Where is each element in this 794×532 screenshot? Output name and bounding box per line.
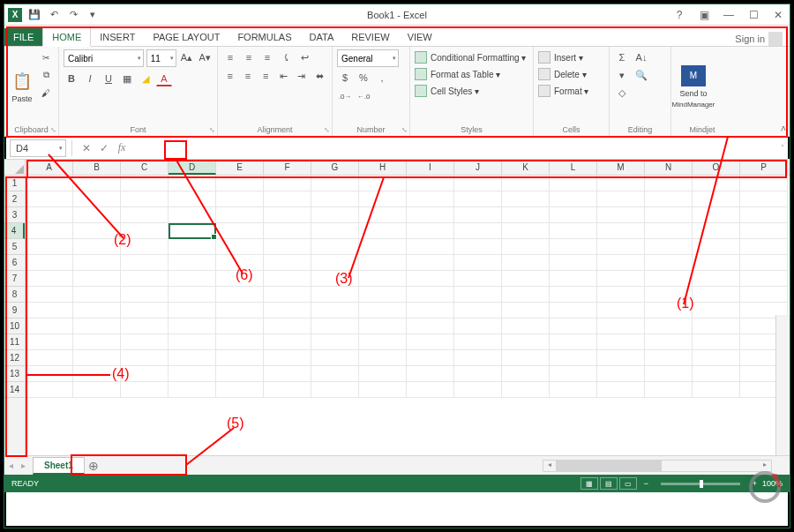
cell[interactable] xyxy=(121,255,169,271)
cell[interactable] xyxy=(359,318,407,334)
cell[interactable] xyxy=(597,382,645,398)
cell[interactable] xyxy=(597,255,645,271)
cell[interactable] xyxy=(359,382,407,398)
tab-insert[interactable]: INSERT xyxy=(91,28,144,46)
format-cells-button[interactable]: Format ▾ xyxy=(538,83,588,99)
cell[interactable] xyxy=(216,255,264,271)
cell[interactable] xyxy=(693,287,740,303)
cell[interactable] xyxy=(693,382,740,398)
cell[interactable] xyxy=(26,223,73,239)
cell[interactable] xyxy=(645,223,693,239)
column-header[interactable]: K xyxy=(502,160,550,175)
cell[interactable] xyxy=(264,318,311,334)
cell[interactable] xyxy=(311,318,359,334)
cell[interactable] xyxy=(502,191,550,207)
cell[interactable] xyxy=(693,318,740,334)
format-painter-icon[interactable]: 🖌 xyxy=(38,85,54,101)
zoom-slider[interactable] xyxy=(661,483,740,485)
row-header[interactable]: 12 xyxy=(4,350,25,366)
percent-icon[interactable]: % xyxy=(356,70,371,86)
cell[interactable] xyxy=(454,239,502,255)
cell[interactable] xyxy=(121,318,169,334)
cell[interactable] xyxy=(121,350,169,366)
collapse-ribbon-icon[interactable]: ʌ xyxy=(781,123,786,132)
cell[interactable] xyxy=(216,207,264,223)
cell-styles-button[interactable]: Cell Styles ▾ xyxy=(415,83,526,99)
cell[interactable] xyxy=(407,366,454,382)
cell[interactable] xyxy=(359,303,407,318)
cell[interactable] xyxy=(645,334,693,350)
cell[interactable] xyxy=(311,255,359,271)
orientation-icon[interactable]: ⤹ xyxy=(278,49,294,65)
cell[interactable] xyxy=(550,287,597,303)
cell[interactable] xyxy=(169,382,216,398)
cell[interactable] xyxy=(550,255,597,271)
cell[interactable] xyxy=(216,382,264,398)
cell[interactable] xyxy=(121,191,169,207)
cell[interactable] xyxy=(216,366,264,382)
cell[interactable] xyxy=(502,303,550,318)
cell[interactable] xyxy=(216,271,264,287)
cell[interactable] xyxy=(645,271,693,287)
cell[interactable] xyxy=(454,176,502,191)
cell[interactable] xyxy=(407,303,454,318)
column-header[interactable]: B xyxy=(73,160,121,175)
avatar-icon[interactable] xyxy=(768,32,783,46)
font-size-select[interactable]: 11 xyxy=(146,49,176,67)
cell[interactable] xyxy=(407,255,454,271)
cell[interactable] xyxy=(169,287,216,303)
cell[interactable] xyxy=(740,176,788,191)
tab-file[interactable]: FILE xyxy=(4,28,42,46)
cell[interactable] xyxy=(169,271,216,287)
redo-icon[interactable]: ↷ xyxy=(66,8,80,22)
cell[interactable] xyxy=(550,191,597,207)
column-header[interactable]: G xyxy=(311,160,359,175)
cell[interactable] xyxy=(264,191,311,207)
cell[interactable] xyxy=(216,239,264,255)
cell[interactable] xyxy=(169,366,216,382)
cell[interactable] xyxy=(311,382,359,398)
cell[interactable] xyxy=(645,382,693,398)
cell[interactable] xyxy=(359,271,407,287)
cell[interactable] xyxy=(359,255,407,271)
view-page-layout-icon[interactable]: ▤ xyxy=(600,477,618,490)
cell[interactable] xyxy=(502,176,550,191)
select-all-button[interactable] xyxy=(4,160,26,175)
cell[interactable] xyxy=(407,382,454,398)
cell[interactable] xyxy=(454,223,502,239)
format-as-table-button[interactable]: Format as Table ▾ xyxy=(415,66,526,82)
help-icon[interactable]: ? xyxy=(668,6,691,24)
cell[interactable] xyxy=(26,366,73,382)
cell[interactable] xyxy=(597,176,645,191)
align-top-icon[interactable]: ≡ xyxy=(222,49,238,65)
cell[interactable] xyxy=(216,318,264,334)
sort-filter-icon[interactable]: A↓ xyxy=(633,49,649,65)
tab-view[interactable]: VIEW xyxy=(399,28,441,46)
cell[interactable] xyxy=(264,287,311,303)
cell[interactable] xyxy=(645,191,693,207)
column-header[interactable]: J xyxy=(454,160,502,175)
cell[interactable] xyxy=(454,318,502,334)
cell[interactable] xyxy=(597,287,645,303)
cell[interactable] xyxy=(216,350,264,366)
find-select-icon[interactable]: 🔍 xyxy=(633,67,649,83)
view-normal-icon[interactable]: ▦ xyxy=(581,477,598,490)
cell[interactable] xyxy=(216,176,264,191)
launcher-icon[interactable]: ⤡ xyxy=(401,126,408,134)
cell[interactable] xyxy=(311,191,359,207)
cell[interactable] xyxy=(407,318,454,334)
column-header[interactable]: H xyxy=(359,160,407,175)
close-button[interactable]: ✕ xyxy=(767,6,790,24)
cell[interactable] xyxy=(454,382,502,398)
undo-icon[interactable]: ↶ xyxy=(47,8,61,22)
cell[interactable] xyxy=(645,207,693,223)
cell[interactable] xyxy=(311,350,359,366)
decrease-decimal-icon[interactable]: ←.0 xyxy=(356,88,371,104)
cell[interactable] xyxy=(597,366,645,382)
horizontal-scrollbar[interactable]: ◂ ▸ xyxy=(543,460,772,472)
cell[interactable] xyxy=(26,176,73,191)
cell[interactable] xyxy=(73,318,121,334)
decrease-indent-icon[interactable]: ⇤ xyxy=(276,68,291,84)
row-header[interactable]: 4 xyxy=(4,223,25,239)
cell[interactable] xyxy=(26,271,73,287)
